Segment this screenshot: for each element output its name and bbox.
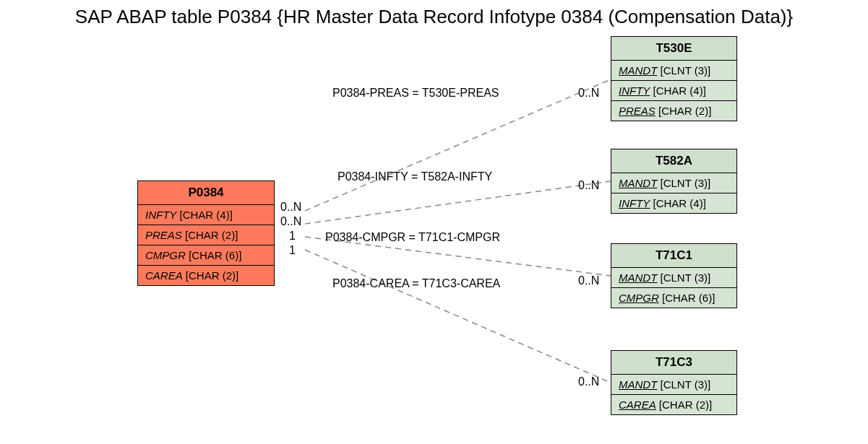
cardinality-left-4: 1 (289, 244, 296, 257)
entity-t71c3-header: T71C3 (611, 351, 736, 375)
entity-t582a-header: T582A (611, 149, 736, 173)
entity-p0384-header: P0384 (138, 181, 274, 205)
rel-label-4: P0384-CAREA = T71C3-CAREA (332, 277, 500, 290)
field-type: [CHAR (4)] (653, 84, 706, 97)
field-row: INFTY [CHAR (4)] (138, 205, 274, 225)
field-name: PREAS (619, 105, 656, 117)
field-row: CMPGR [CHAR (6)] (138, 245, 274, 266)
field-name: CAREA (619, 399, 656, 411)
entity-p0384: P0384 INFTY [CHAR (4)] PREAS [CHAR (2)] … (137, 180, 275, 286)
field-row: CAREA [CHAR (2)] (611, 395, 736, 414)
field-name: PREAS (145, 229, 182, 241)
field-type: [CHAR (2)] (659, 399, 712, 411)
svg-line-1 (305, 181, 611, 224)
entity-t530e-header: T530E (611, 37, 736, 61)
cardinality-left-2: 0..N (280, 215, 301, 228)
field-type: [CHAR (2)] (186, 269, 239, 282)
field-row: MANDT [CLNT (3)] (611, 375, 736, 395)
field-type: [CHAR (4)] (653, 197, 706, 209)
field-type: [CLNT (3)] (661, 64, 711, 77)
field-type: [CLNT (3)] (661, 177, 711, 189)
diagram-title: SAP ABAP table P0384 {HR Master Data Rec… (0, 6, 868, 28)
svg-line-3 (305, 250, 611, 383)
field-row: MANDT [CLNT (3)] (611, 268, 736, 288)
rel-label-3: P0384-CMPGR = T71C1-CMPGR (325, 231, 500, 244)
entity-t71c1-header: T71C1 (611, 244, 736, 268)
field-name: INFTY (619, 84, 650, 97)
field-name: INFTY (619, 197, 650, 209)
cardinality-right-4: 0..N (578, 375, 599, 388)
field-row: INFTY [CHAR (4)] (611, 193, 736, 213)
field-name: CAREA (145, 269, 183, 282)
field-name: MANDT (619, 64, 657, 77)
entity-t530e: T530E MANDT [CLNT (3)] INFTY [CHAR (4)] … (611, 36, 737, 121)
field-row: PREAS [CHAR (2)] (611, 101, 736, 121)
field-row: INFTY [CHAR (4)] (611, 81, 736, 101)
field-row: MANDT [CLNT (3)] (611, 173, 736, 193)
cardinality-left-3: 1 (289, 230, 296, 243)
field-name: INFTY (145, 209, 176, 221)
field-type: [CHAR (4)] (180, 209, 233, 221)
cardinality-left-1: 0..N (280, 201, 301, 214)
cardinality-right-1: 0..N (578, 87, 599, 100)
rel-label-1: P0384-PREAS = T530E-PREAS (332, 87, 499, 100)
field-name: CMPGR (145, 249, 186, 261)
entity-t71c3: T71C3 MANDT [CLNT (3)] CAREA [CHAR (2)] (611, 350, 737, 415)
field-name: MANDT (619, 177, 657, 189)
field-name: MANDT (619, 271, 657, 284)
field-row: PREAS [CHAR (2)] (138, 225, 274, 245)
field-type: [CLNT (3)] (661, 271, 711, 284)
field-type: [CHAR (2)] (658, 105, 711, 117)
field-name: MANDT (619, 378, 657, 391)
entity-t71c1: T71C1 MANDT [CLNT (3)] CMPGR [CHAR (6)] (611, 243, 737, 308)
field-type: [CHAR (6)] (189, 249, 241, 261)
cardinality-right-2: 0..N (578, 179, 599, 192)
field-row: CAREA [CHAR (2)] (138, 266, 274, 285)
field-type: [CLNT (3)] (661, 378, 711, 391)
field-row: CMPGR [CHAR (6)] (611, 288, 736, 308)
field-type: [CHAR (6)] (662, 292, 715, 304)
field-name: CMPGR (619, 292, 659, 304)
relationship-lines (0, 0, 868, 444)
field-row: MANDT [CLNT (3)] (611, 61, 736, 81)
rel-label-2: P0384-INFTY = T582A-INFTY (338, 170, 492, 183)
cardinality-right-3: 0..N (578, 274, 599, 287)
entity-t582a: T582A MANDT [CLNT (3)] INFTY [CHAR (4)] (611, 149, 737, 214)
field-type: [CHAR (2)] (185, 229, 238, 241)
